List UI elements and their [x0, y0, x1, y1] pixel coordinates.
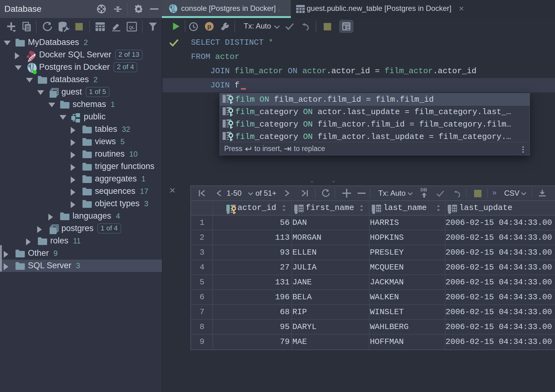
svg-text:QL: QL: [129, 25, 135, 30]
